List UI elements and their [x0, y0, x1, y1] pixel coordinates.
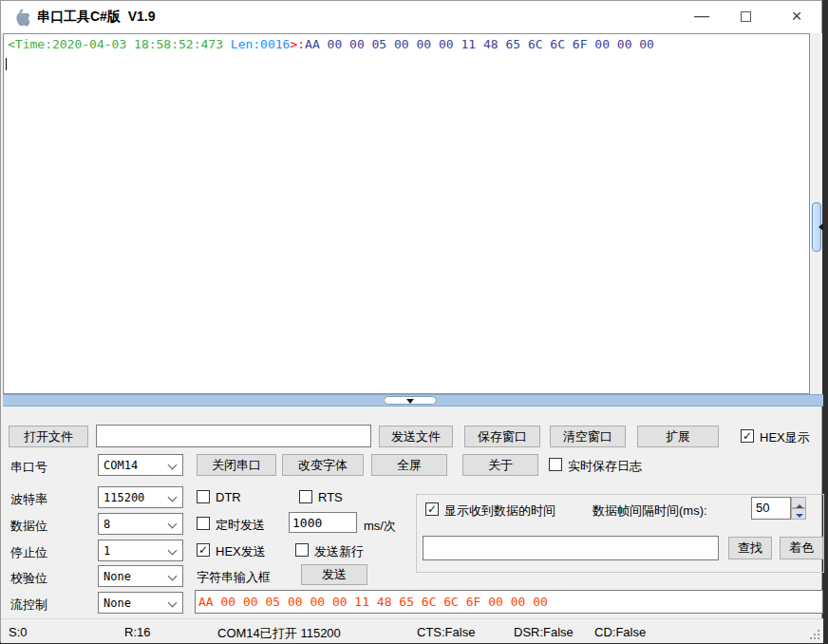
databits-label: 数据位 — [10, 518, 47, 535]
hex-send-checkbox[interactable]: ✓ — [197, 543, 210, 557]
save-window-button[interactable]: 保存窗口 — [464, 426, 540, 447]
databits-select[interactable]: 8 — [98, 513, 183, 535]
fullscreen-button[interactable]: 全屏 — [371, 454, 447, 476]
send-file-button[interactable]: 发送文件 — [379, 426, 453, 447]
databits-value: 8 — [104, 518, 110, 531]
app-window: 串口工具C#版 V1.9 — × <Time:2020-04-03 18:58:… — [0, 0, 822, 642]
stopbits-label: 停止位 — [10, 544, 47, 561]
chevron-down-icon — [168, 572, 178, 581]
parity-select[interactable]: None — [98, 565, 183, 587]
parity-value: None — [104, 570, 131, 583]
cts-status: CTS:False — [417, 625, 475, 639]
dtr-label: DTR — [216, 490, 241, 504]
log-hex-data: AA 00 00 05 00 00 00 11 48 65 6C 6C 6F 0… — [305, 37, 654, 51]
frame-interval-value[interactable]: 50 — [751, 497, 791, 520]
receive-log[interactable]: <Time:2020-04-03 18:58:52:473 Len:0016>:… — [3, 33, 810, 394]
log-timestamp: <Time:2020-04-03 18:58:52:473 — [8, 37, 231, 51]
flow-label: 流控制 — [10, 597, 47, 614]
port-select[interactable]: COM14 — [98, 454, 183, 476]
close-icon: × — [791, 6, 801, 27]
rts-label: RTS — [318, 490, 343, 504]
frame-interval-label: 数据帧间隔时间(ms): — [593, 502, 707, 520]
spinner-up-button[interactable] — [791, 497, 806, 508]
spinner-down-button[interactable] — [791, 508, 806, 520]
text-caret — [6, 58, 7, 70]
right-splitter[interactable] — [811, 33, 822, 394]
baud-value: 115200 — [104, 491, 144, 504]
minimize-icon: — — [694, 8, 709, 25]
apple-icon — [10, 8, 29, 27]
clear-window-button[interactable]: 清空窗口 — [550, 426, 626, 447]
stopbits-value: 1 — [104, 544, 110, 558]
hex-display-label: HEX显示 — [760, 429, 810, 446]
port-value: COM14 — [104, 459, 138, 472]
realtime-log-label: 实时保存日志 — [568, 458, 642, 475]
timed-send-label: 定时发送 — [216, 517, 265, 534]
timed-send-checkbox[interactable] — [197, 517, 210, 530]
colorize-button[interactable]: 着色 — [780, 537, 823, 559]
send-newline-checkbox[interactable] — [295, 543, 309, 557]
status-bar: S:0 R:16 COM14已打开 115200 CTS:False DSR:F… — [1, 618, 823, 643]
sent-count-status: S:0 — [9, 625, 28, 639]
interval-input[interactable] — [289, 512, 357, 533]
received-count-status: R:16 — [124, 625, 150, 639]
show-time-checkbox[interactable]: ✓ — [425, 502, 439, 516]
close-button[interactable]: × — [776, 1, 818, 31]
flow-select[interactable]: None — [98, 592, 183, 614]
realtime-log-checkbox[interactable] — [549, 458, 562, 471]
file-path-input[interactable] — [96, 425, 371, 447]
triangle-left-icon — [815, 223, 823, 231]
triangle-down-icon — [796, 514, 803, 521]
port-label: 串口号 — [10, 459, 47, 476]
open-file-button[interactable]: 打开文件 — [9, 426, 88, 447]
expand-button[interactable]: 扩展 — [637, 426, 719, 447]
baud-select[interactable]: 115200 — [98, 486, 183, 508]
stopbits-select[interactable]: 1 — [98, 540, 183, 561]
interval-unit-label: ms/次 — [364, 518, 396, 535]
hex-display-checkbox[interactable]: ✓ — [741, 429, 754, 443]
flow-value: None — [104, 597, 131, 610]
change-font-button[interactable]: 改变字体 — [282, 454, 364, 476]
send-newline-label: 发送新行 — [314, 543, 364, 560]
triangle-up-icon — [796, 501, 803, 508]
title-bar: 串口工具C#版 V1.9 — × — [1, 1, 821, 33]
search-input[interactable] — [423, 536, 719, 560]
maximize-button[interactable] — [724, 1, 766, 31]
collapse-right-panel-button[interactable] — [812, 202, 821, 252]
hex-send-label: HEX发送 — [216, 543, 266, 560]
bottom-splitter[interactable] — [3, 394, 823, 407]
log-separator: >: — [290, 37, 305, 51]
dtr-checkbox[interactable] — [197, 490, 210, 503]
string-input-label: 字符串输入框 — [197, 569, 271, 586]
dsr-status: DSR:False — [514, 625, 574, 639]
collapse-bottom-panel-button[interactable] — [384, 396, 437, 405]
close-port-button[interactable]: 关闭串口 — [197, 454, 276, 476]
send-data-input[interactable] — [195, 590, 823, 614]
show-time-label: 显示收到数据的时间 — [444, 502, 555, 520]
chevron-down-icon — [168, 598, 178, 608]
resize-grip-icon[interactable] — [808, 628, 819, 639]
triangle-down-icon — [406, 399, 414, 407]
port-open-status: COM14已打开 115200 — [217, 625, 341, 642]
chevron-down-icon — [168, 546, 178, 556]
cd-status: CD:False — [594, 625, 646, 639]
minimize-button[interactable]: — — [681, 1, 723, 31]
rts-checkbox[interactable] — [299, 490, 312, 503]
send-button[interactable]: 发送 — [301, 564, 367, 585]
chevron-down-icon — [168, 493, 178, 502]
window-title: 串口工具C#版 V1.9 — [37, 9, 155, 26]
about-button[interactable]: 关于 — [462, 454, 538, 476]
screenshot-stage: 串口工具C#版 V1.9 — × <Time:2020-04-03 18:58:… — [0, 0, 828, 644]
find-button[interactable]: 查找 — [728, 537, 772, 559]
parity-label: 校验位 — [10, 570, 47, 587]
maximize-icon — [741, 11, 751, 22]
chevron-down-icon — [168, 520, 178, 529]
log-length: Len:0016 — [231, 37, 291, 51]
frame-interval-spinner: 50 — [751, 497, 806, 520]
chevron-down-icon — [168, 461, 178, 470]
baud-label: 波特率 — [10, 491, 47, 508]
